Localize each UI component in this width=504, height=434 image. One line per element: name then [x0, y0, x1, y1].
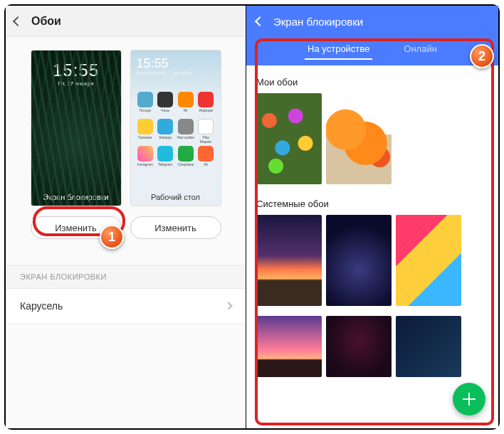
- system-wallpapers-row-2: [246, 316, 498, 387]
- lock-label: Экран блокировки: [31, 193, 121, 201]
- wallpaper-thumb[interactable]: [256, 316, 322, 377]
- wallpaper-thumb[interactable]: [326, 215, 392, 306]
- app-icon: [178, 146, 194, 162]
- homescreen-preview[interactable]: 15:55 Воскресенье, 7 декабря Погода Часы…: [130, 50, 221, 206]
- app-icon: [198, 92, 214, 107]
- lockscreen-preview[interactable]: 15:55 Пт, 27 января Экран блокировки: [31, 50, 122, 206]
- screenshot-composite: Обои 15:55 Пт, 27 января Экран блокировк…: [4, 4, 500, 430]
- tab-online[interactable]: Онлайн: [404, 43, 437, 60]
- lockscreen-preview-card: 15:55 Пт, 27 января Экран блокировки: [31, 50, 122, 206]
- change-lockscreen-button[interactable]: Изменить: [31, 216, 122, 239]
- chevron-right-icon: [224, 302, 232, 309]
- left-header: Обои: [6, 6, 246, 37]
- app-icon: [137, 146, 153, 162]
- wallpaper-thumb[interactable]: [396, 215, 461, 306]
- home-label: Рабочий стол: [131, 193, 221, 201]
- carousel-item[interactable]: Карусель: [6, 289, 246, 324]
- page-title: Экран блокировки: [273, 16, 363, 28]
- my-wallpapers-header: Мои обои: [246, 73, 498, 93]
- home-date: Воскресенье, 7 декабря: [137, 70, 192, 75]
- lock-clock: 15:55: [31, 60, 121, 80]
- lock-date: Пт, 27 января: [31, 80, 121, 87]
- wallpaper-thumb[interactable]: [326, 93, 392, 184]
- wallpaper-previews: 15:55 Пт, 27 января Экран блокировки 15:…: [6, 37, 246, 212]
- wallpaper-groups: Мои обои Системные обои: [246, 65, 498, 387]
- app-icon: [137, 92, 153, 107]
- my-wallpapers-row: [246, 93, 498, 194]
- page-title: Обои: [31, 15, 61, 28]
- change-homescreen-button[interactable]: Изменить: [130, 216, 221, 239]
- lockscreen-section-header: ЭКРАН БЛОКИРОВКИ: [6, 265, 246, 289]
- app-icon: [198, 119, 214, 134]
- system-wallpapers-header: Системные обои: [246, 194, 498, 215]
- app-icon: [198, 146, 214, 162]
- system-wallpapers-row: [246, 215, 498, 316]
- lockscreen-picker-screen: Экран блокировки На устройстве Онлайн Мо…: [246, 6, 498, 428]
- app-icon: [137, 119, 153, 134]
- change-buttons-row: Изменить Изменить: [6, 212, 246, 252]
- app-icon: [157, 119, 173, 134]
- add-wallpaper-fab[interactable]: [453, 383, 485, 416]
- back-icon[interactable]: [13, 16, 23, 26]
- wallpaper-settings-screen: Обои 15:55 Пт, 27 января Экран блокировк…: [6, 6, 246, 428]
- app-icon: [157, 146, 173, 162]
- right-header: Экран блокировки: [246, 6, 498, 37]
- wallpaper-thumb[interactable]: [396, 316, 461, 377]
- home-icons-grid: Погода Часы Mi Информ Галерея Камера Нас…: [137, 92, 215, 190]
- app-icon: [178, 119, 194, 134]
- app-icon: [157, 92, 173, 107]
- home-clock: 15:55: [137, 56, 169, 71]
- homescreen-preview-card: 15:55 Воскресенье, 7 декабря Погода Часы…: [130, 50, 221, 206]
- app-icon: [178, 92, 194, 107]
- wallpaper-thumb[interactable]: [326, 316, 392, 377]
- tab-on-device[interactable]: На устройстве: [308, 43, 369, 60]
- carousel-label: Карусель: [20, 300, 63, 312]
- wallpaper-thumb[interactable]: [256, 215, 322, 306]
- back-icon[interactable]: [255, 16, 265, 26]
- wallpaper-thumb[interactable]: [256, 93, 322, 184]
- source-tabs: На устройстве Онлайн: [246, 37, 498, 65]
